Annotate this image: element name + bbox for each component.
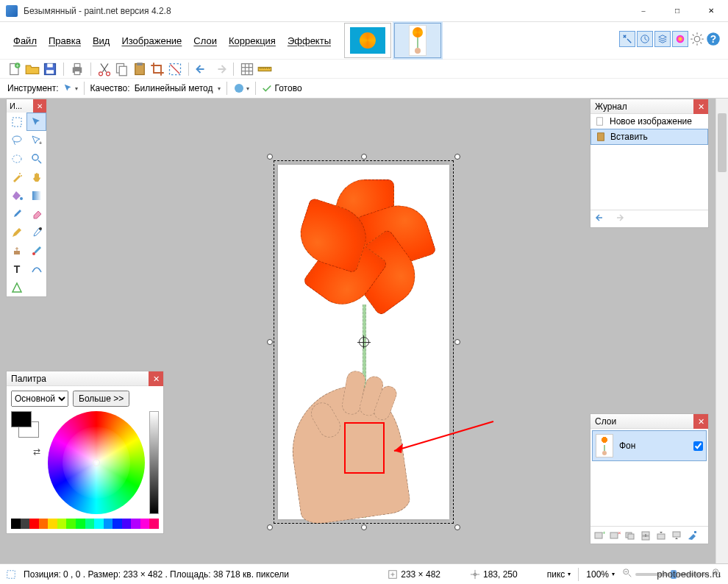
canvas[interactable] bbox=[278, 165, 449, 519]
ruler-icon[interactable] bbox=[257, 62, 272, 76]
menu-effects[interactable]: Эффекты bbox=[282, 32, 337, 49]
zoom-out-icon[interactable] bbox=[622, 568, 632, 580]
svg-point-33 bbox=[21, 175, 22, 177]
tool-lasso[interactable] bbox=[7, 131, 26, 149]
history-item[interactable]: Вставить bbox=[590, 129, 708, 145]
color-palette-strip[interactable] bbox=[11, 519, 159, 529]
deselect-icon[interactable] bbox=[168, 62, 182, 76]
svg-point-1 bbox=[677, 35, 685, 43]
layer-properties-icon[interactable] bbox=[685, 528, 699, 543]
svg-line-59 bbox=[629, 574, 632, 577]
layer-visible-checkbox[interactable] bbox=[693, 441, 703, 451]
add-layer-icon[interactable]: + bbox=[592, 528, 607, 543]
redo-icon[interactable] bbox=[613, 212, 624, 226]
settings-icon[interactable] bbox=[690, 32, 704, 46]
undo-icon[interactable] bbox=[195, 62, 210, 76]
tool-clone-stamp[interactable] bbox=[7, 241, 26, 260]
paste-icon[interactable] bbox=[132, 62, 147, 76]
colors-panel-title: Палитра bbox=[11, 374, 46, 384]
tool-pencil[interactable] bbox=[7, 223, 26, 241]
colors-toggle-button[interactable] bbox=[672, 31, 688, 47]
open-file-icon[interactable] bbox=[25, 62, 40, 76]
layers-toggle-button[interactable] bbox=[654, 31, 671, 47]
swap-colors-icon[interactable]: ⇄ bbox=[33, 446, 43, 457]
redo-icon[interactable] bbox=[213, 62, 227, 76]
tool-eraser[interactable] bbox=[26, 204, 46, 223]
tool-pan[interactable] bbox=[26, 168, 46, 186]
move-layer-down-icon[interactable] bbox=[669, 528, 684, 543]
tool-recolor[interactable] bbox=[26, 241, 46, 260]
svg-point-36 bbox=[39, 227, 42, 230]
tool-magic-wand[interactable] bbox=[7, 168, 26, 186]
tool-paintbrush[interactable] bbox=[7, 204, 26, 223]
ready-indicator: Готово bbox=[262, 83, 302, 93]
history-toggle-button[interactable] bbox=[637, 31, 653, 47]
tool-blank bbox=[26, 278, 46, 296]
tool-shapes[interactable] bbox=[7, 278, 26, 296]
svg-point-34 bbox=[20, 197, 23, 200]
help-icon[interactable]: ? bbox=[706, 32, 721, 46]
move-layer-up-icon[interactable] bbox=[654, 528, 668, 543]
units-label[interactable]: пикс bbox=[547, 569, 565, 580]
tool-color-picker[interactable] bbox=[26, 223, 46, 241]
zoom-value[interactable]: 100% bbox=[586, 569, 609, 580]
colors-panel-close[interactable]: ✕ bbox=[149, 371, 163, 386]
history-item[interactable]: Новое изображение bbox=[590, 114, 708, 129]
tool-paint-bucket[interactable] bbox=[7, 186, 26, 204]
tool-text[interactable]: T bbox=[7, 260, 26, 278]
menu-layers[interactable]: Слои bbox=[188, 32, 223, 49]
document-thumb-2[interactable] bbox=[394, 23, 441, 58]
tools-panel-close[interactable]: ✕ bbox=[33, 99, 46, 113]
copy-icon[interactable] bbox=[115, 62, 129, 76]
quality-value[interactable]: Билинейный метод bbox=[135, 83, 213, 93]
quality-dropdown-icon[interactable]: ▾ bbox=[218, 85, 221, 92]
color-mode-select[interactable]: Основной bbox=[11, 391, 68, 407]
tool-gradient[interactable] bbox=[26, 186, 46, 204]
layer-item[interactable]: Фон bbox=[592, 430, 707, 461]
lightness-slider[interactable] bbox=[149, 411, 159, 514]
undo-icon[interactable] bbox=[595, 212, 607, 226]
selection-center-anchor[interactable] bbox=[359, 337, 369, 347]
duplicate-layer-icon[interactable] bbox=[623, 528, 638, 543]
instrument-picker[interactable]: ▾ bbox=[63, 83, 78, 93]
menu-image[interactable]: Изображение bbox=[115, 32, 188, 49]
cursor-position: 183, 250 bbox=[483, 569, 518, 580]
menu-view[interactable]: Вид bbox=[87, 32, 116, 49]
tool-zoom[interactable] bbox=[26, 149, 46, 168]
svg-rect-53 bbox=[694, 531, 696, 533]
selection-info: Позиция: 0 , 0 . Размер: 233 × 482 . Пло… bbox=[24, 569, 289, 580]
crop-icon[interactable] bbox=[150, 62, 165, 76]
canvas-size-icon bbox=[388, 569, 398, 580]
maximize-button[interactable]: □ bbox=[660, 0, 694, 22]
grid-icon[interactable] bbox=[240, 62, 254, 76]
tool-line[interactable] bbox=[26, 260, 46, 278]
print-icon[interactable] bbox=[70, 62, 85, 76]
color-swatch-pair[interactable] bbox=[11, 411, 43, 444]
new-file-icon[interactable]: + bbox=[7, 62, 22, 76]
layers-panel-close[interactable]: ✕ bbox=[693, 414, 708, 429]
svg-text:T: T bbox=[13, 263, 20, 275]
layers-panel: Слои✕ Фон + × bbox=[590, 413, 709, 544]
close-button[interactable]: ✕ bbox=[694, 0, 728, 22]
menu-adjustments[interactable]: Коррекция bbox=[223, 32, 282, 49]
save-file-icon[interactable] bbox=[43, 62, 57, 76]
menu-edit[interactable]: Правка bbox=[43, 32, 87, 49]
tool-move-selection[interactable] bbox=[26, 113, 46, 131]
color-wheel[interactable] bbox=[48, 411, 145, 514]
tools-toggle-button[interactable] bbox=[619, 31, 635, 47]
tool-rect-select[interactable] bbox=[7, 113, 26, 131]
merge-layer-icon[interactable] bbox=[638, 528, 653, 543]
svg-point-38 bbox=[32, 252, 35, 255]
minimize-button[interactable]: – bbox=[627, 0, 660, 22]
more-colors-button[interactable]: Больше >> bbox=[73, 391, 129, 407]
tool-move-pixels[interactable]: + bbox=[26, 131, 46, 149]
cut-icon[interactable] bbox=[97, 62, 112, 76]
document-thumb-1[interactable] bbox=[344, 23, 391, 58]
vertical-scrollbar[interactable] bbox=[715, 99, 728, 563]
sampling-picker[interactable]: ▾ bbox=[233, 82, 249, 94]
delete-layer-icon[interactable]: × bbox=[607, 528, 622, 543]
tool-ellipse-select[interactable] bbox=[7, 149, 26, 168]
menu-file[interactable]: Файл bbox=[7, 32, 43, 49]
history-panel-close[interactable]: ✕ bbox=[693, 99, 708, 114]
instrument-label: Инструмент: bbox=[7, 83, 59, 93]
